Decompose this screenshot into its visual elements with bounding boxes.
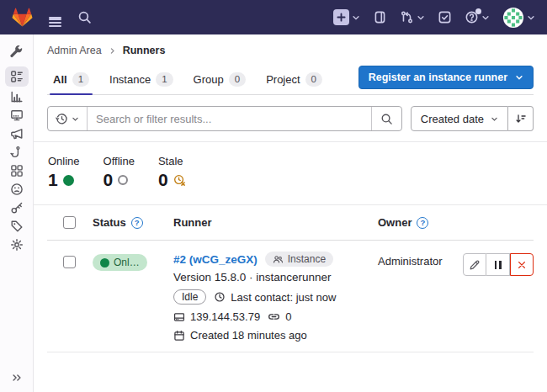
stat-offline-label: Offline: [104, 155, 135, 167]
filter-row: Created date: [47, 106, 534, 131]
owner-help-icon[interactable]: ?: [417, 217, 428, 229]
expand-sidebar-button[interactable]: [0, 372, 33, 384]
sort-direction-button[interactable]: [508, 106, 534, 131]
owner-cell: Administrator: [357, 252, 534, 276]
sort-descending-icon: [515, 113, 527, 124]
chevron-down-icon: [417, 13, 425, 22]
history-icon: [56, 113, 68, 125]
runner-summary-cell: #2 (wCG_zeGX) Instance Version 15.8.0 · …: [162, 252, 357, 342]
top-navigation-bar: [0, 0, 547, 34]
chevron-down-icon: [527, 13, 535, 22]
breadcrumb: Admin Area Runners: [47, 45, 534, 56]
main-content: Admin Area Runners All1 Instance1 Group0…: [34, 34, 547, 392]
sidebar-item-runners[interactable]: [5, 66, 29, 87]
search-input[interactable]: [88, 113, 371, 125]
gear-icon: [10, 238, 24, 252]
gitlab-logo-icon[interactable]: [12, 8, 33, 28]
calendar-icon: [173, 330, 185, 342]
tab-group[interactable]: Group0: [188, 65, 252, 94]
pause-icon: [495, 261, 502, 269]
breadcrumb-current-page: Runners: [123, 45, 166, 56]
breadcrumb-chevron-icon: [109, 47, 116, 55]
sidebar-item-credentials[interactable]: [5, 199, 29, 216]
overview-list-icon: [10, 70, 24, 83]
runner-name-link[interactable]: #2 (wCG_zeGX): [173, 253, 258, 266]
admin-sidebar: [0, 34, 34, 392]
register-instance-runner-button[interactable]: Register an instance runner: [358, 66, 534, 89]
bar-chart-icon: [10, 90, 24, 103]
chevron-down-icon: [352, 13, 360, 22]
stat-stale: Stale 0: [158, 155, 186, 190]
runner-column-header: Runner: [173, 216, 212, 229]
stat-stale-label: Stale: [158, 155, 186, 167]
runner-type-tabs: All1 Instance1 Group0 Project0: [47, 65, 328, 94]
sidebar-item-abuse-reports[interactable]: [5, 181, 29, 198]
breadcrumb-admin-area-link[interactable]: Admin Area: [47, 45, 102, 56]
issues-icon: [373, 10, 387, 24]
runner-type-label: Instance: [288, 253, 326, 265]
sidebar-item-labels[interactable]: [5, 218, 29, 235]
tab-group-count-badge: 0: [229, 72, 246, 87]
clock-icon: [214, 291, 226, 303]
sort-by-dropdown[interactable]: Created date: [411, 106, 508, 131]
tab-instance-count-badge: 1: [156, 72, 173, 87]
search-button[interactable]: [77, 10, 92, 24]
hamburger-menu-button[interactable]: [49, 14, 61, 19]
sidebar-item-settings[interactable]: [5, 236, 29, 253]
stat-stale-value: 0: [158, 170, 168, 190]
runner-table-row: Online #2 (wCG_zeGX) Instance Version 15…: [47, 241, 534, 352]
monitor-icon: [10, 109, 24, 122]
runner-actions-group: [463, 253, 534, 276]
new-menu-button[interactable]: [333, 9, 360, 25]
select-all-checkbox[interactable]: [63, 216, 76, 229]
issues-button[interactable]: [373, 10, 387, 24]
sidebar-item-analytics[interactable]: [5, 88, 29, 105]
user-avatar-button[interactable]: [502, 7, 535, 29]
pause-runner-button[interactable]: [486, 253, 510, 276]
delete-runner-button[interactable]: [510, 253, 534, 276]
runner-last-contact: Last contact: just now: [231, 291, 336, 304]
runners-table-header: Status ? Runner Owner ?: [47, 205, 534, 241]
chevron-down-icon: [515, 73, 523, 82]
offline-status-icon: [118, 175, 128, 185]
hook-icon: [10, 146, 24, 159]
submit-search-button[interactable]: [371, 107, 401, 130]
tab-project-label: Project: [266, 73, 300, 86]
recent-searches-dropdown[interactable]: [48, 107, 88, 130]
runner-job-state-badge: Idle: [173, 289, 206, 305]
tab-project[interactable]: Project0: [260, 65, 328, 94]
runner-version-line: Version 15.8.0 · instancerunner: [173, 271, 357, 283]
sidebar-item-monitoring[interactable]: [5, 107, 29, 124]
link-icon: [268, 310, 280, 323]
help-button[interactable]: [465, 10, 490, 24]
sidebar-item-system-hooks[interactable]: [5, 144, 29, 161]
stat-offline: Offline 0: [104, 155, 135, 190]
merge-requests-button[interactable]: [400, 10, 425, 24]
owner-link[interactable]: Administrator: [378, 255, 443, 268]
sort-control-group: Created date: [411, 106, 534, 131]
todos-button[interactable]: [438, 10, 452, 24]
merge-request-icon: [400, 10, 414, 24]
sidebar-item-admin-overview[interactable]: [5, 42, 29, 59]
sidebar-item-applications[interactable]: [5, 162, 29, 179]
tab-all[interactable]: All1: [47, 65, 95, 94]
megaphone-icon: [10, 127, 24, 140]
label-tag-icon: [10, 220, 24, 233]
register-button-label: Register an instance runner: [369, 72, 507, 83]
todo-check-icon: [438, 10, 452, 24]
help-question-icon: [465, 10, 479, 24]
status-help-icon[interactable]: ?: [131, 217, 143, 229]
edit-runner-button[interactable]: [463, 253, 486, 276]
key-icon: [10, 201, 24, 215]
tab-group-label: Group: [194, 73, 224, 86]
sidebar-item-messages[interactable]: [5, 125, 29, 142]
gitlab-admin-runners-page: Admin Area Runners All1 Instance1 Group0…: [0, 0, 547, 392]
runner-link-count: 0: [285, 310, 291, 323]
tab-instance-label: Instance: [109, 73, 151, 86]
tab-instance[interactable]: Instance1: [104, 65, 179, 94]
runner-type-badge: Instance: [265, 252, 333, 267]
tab-all-label: All: [53, 73, 67, 86]
stat-online-label: Online: [48, 155, 80, 167]
server-disk-icon: [173, 311, 185, 323]
select-row-checkbox[interactable]: [63, 256, 76, 268]
